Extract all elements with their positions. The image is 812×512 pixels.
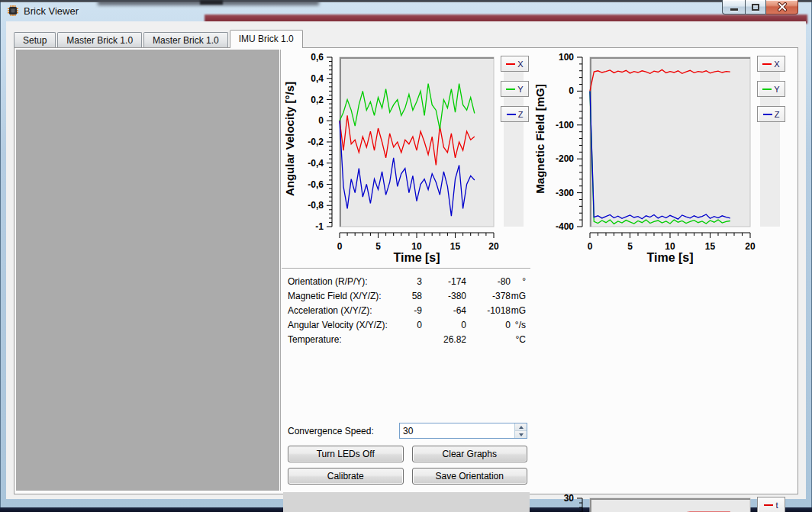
orientation-panel: Position your IMU Brick as shown in the … <box>282 491 530 512</box>
convergence-speed-input[interactable] <box>400 423 514 438</box>
clear-graphs-button[interactable]: Clear Graphs <box>412 446 528 462</box>
readout-value: -1018 <box>466 304 511 318</box>
minimize-button[interactable] <box>722 0 745 14</box>
readouts-panel: Orientation (R/P/Y): 3 -174 -80 ° Magnet… <box>282 268 530 491</box>
svg-text:0: 0 <box>588 241 593 252</box>
imu-brick-tab-page: Angular Velocity [°/s]0,60,40,20-0,2-0,4… <box>14 47 798 494</box>
minimize-icon <box>730 8 738 11</box>
convergence-speed-label: Convergence Speed: <box>288 426 399 436</box>
svg-text:5: 5 <box>627 241 633 252</box>
readouts-table: Orientation (R/P/Y): 3 -174 -80 ° Magnet… <box>288 275 529 347</box>
legend-dash-icon <box>764 504 773 506</box>
svg-text:5: 5 <box>375 241 381 252</box>
readout-value: 0 <box>395 318 422 333</box>
readout-value <box>395 333 422 347</box>
readout-label: Orientation (R/P/Y): <box>288 275 395 289</box>
svg-text:-0,4: -0,4 <box>308 158 324 169</box>
plot-area: 0,60,40,20-0,2-0,4-0,6-0,8-105101520Time… <box>297 50 500 268</box>
svg-text:0,2: 0,2 <box>311 95 324 105</box>
svg-text:15: 15 <box>705 241 716 252</box>
calibrate-button[interactable]: Calibrate <box>288 468 404 485</box>
legend-item-t: t <box>757 497 785 512</box>
window-title: Brick Viewer <box>24 5 79 17</box>
readout-unit: ° <box>511 275 529 289</box>
app-icon <box>7 5 19 17</box>
svg-text:10: 10 <box>411 241 422 252</box>
window-controls <box>722 0 798 14</box>
readout-value <box>466 333 511 347</box>
tab-imu-brick[interactable]: IMU Brick 1.0 <box>230 30 303 48</box>
spin-down-button[interactable] <box>515 430 527 438</box>
spin-up-button[interactable] <box>515 423 527 430</box>
readout-value: 0 <box>422 318 466 333</box>
svg-text:0: 0 <box>318 115 324 126</box>
svg-text:-400: -400 <box>556 221 574 232</box>
svg-text:20: 20 <box>745 241 756 252</box>
y-axis-title: Angular Velocity [°/s] <box>282 50 297 268</box>
maximize-button[interactable] <box>745 0 766 14</box>
svg-text:15: 15 <box>450 241 461 252</box>
imu-orientation-image <box>283 492 530 512</box>
svg-text:-1: -1 <box>315 221 324 232</box>
legend-label: Y <box>774 85 779 94</box>
legend-label: Y <box>517 85 523 94</box>
legend-item-y: Y <box>757 81 785 97</box>
close-icon <box>777 2 788 11</box>
angular-velocity-chart: Angular Velocity [°/s]0,60,40,20-0,2-0,4… <box>282 50 530 268</box>
svg-text:100: 100 <box>559 52 574 63</box>
svg-text:0,6: 0,6 <box>311 52 324 63</box>
svg-text:-0,2: -0,2 <box>308 137 324 147</box>
close-button[interactable] <box>766 0 798 14</box>
legend-dash-icon <box>507 114 516 115</box>
svg-text:-300: -300 <box>556 188 574 198</box>
legend-dash-icon <box>762 63 772 65</box>
tab-bar: Setup Master Brick 1.0 Master Brick 1.0 … <box>14 29 798 47</box>
legend-item-x: X <box>757 56 785 72</box>
svg-text:30: 30 <box>564 493 575 504</box>
readout-value: -80 <box>466 275 511 289</box>
svg-text:-200: -200 <box>556 153 574 164</box>
svg-text:10: 10 <box>665 241 675 252</box>
save-orientation-button[interactable]: Save Orientation <box>412 468 528 485</box>
legend-item-x: X <box>501 56 529 72</box>
svg-text:0: 0 <box>337 241 343 252</box>
convergence-speed-spinbox <box>399 423 527 439</box>
client-area: Setup Master Brick 1.0 Master Brick 1.0 … <box>6 21 806 499</box>
readout-value: 0 <box>466 318 511 333</box>
readout-value: 3 <box>395 275 422 289</box>
tab-master-brick-2[interactable]: Master Brick 1.0 <box>143 32 228 47</box>
readout-value: -9 <box>395 304 422 318</box>
readout-value: -380 <box>422 289 466 304</box>
svg-text:0: 0 <box>569 85 574 96</box>
svg-text:Time [s]: Time [s] <box>393 251 440 264</box>
readout-value: 26.82 <box>422 333 466 347</box>
readout-unit: °/s <box>511 318 529 333</box>
brick-viewer-window: Brick Viewer Setup Master Brick 1.0 Mast… <box>0 0 812 512</box>
turn-leds-off-button[interactable]: Turn LEDs Off <box>288 446 404 462</box>
spin-up-icon <box>519 426 524 429</box>
legend-label: Z <box>518 110 524 119</box>
plot-area: 1000-100-200-300-40005101520Time [s] <box>547 50 756 268</box>
tab-setup[interactable]: Setup <box>14 32 56 47</box>
readout-label: Acceleration (X/Y/Z): <box>288 304 395 318</box>
legend-item-y: Y <box>501 81 529 97</box>
readout-value: -174 <box>422 275 466 289</box>
legend-label: t <box>775 501 778 510</box>
svg-text:-100: -100 <box>556 120 574 130</box>
y-axis-title: Magnetic Field [mG] <box>532 50 547 268</box>
plot-area: 30252015105005101520Time [s] <box>547 491 756 512</box>
titlebar-glass-blur-blob <box>200 0 223 5</box>
chart-legend: XYZ <box>500 50 530 268</box>
vertical-separator <box>16 50 280 491</box>
legend-dash-icon <box>506 89 515 90</box>
y-axis-title: Temperature [°C] <box>532 491 547 512</box>
chart-legend: XYZ <box>756 50 787 268</box>
svg-text:Time [s]: Time [s] <box>646 251 693 264</box>
readout-label: Angular Velocity (X/Y/Z): <box>288 318 395 333</box>
legend-label: X <box>774 60 779 69</box>
svg-text:20: 20 <box>488 241 499 252</box>
legend-item-z: Z <box>501 106 529 122</box>
chart-legend: t <box>756 491 787 512</box>
tab-master-brick-1[interactable]: Master Brick 1.0 <box>57 32 142 47</box>
legend-dash-icon <box>763 114 772 115</box>
